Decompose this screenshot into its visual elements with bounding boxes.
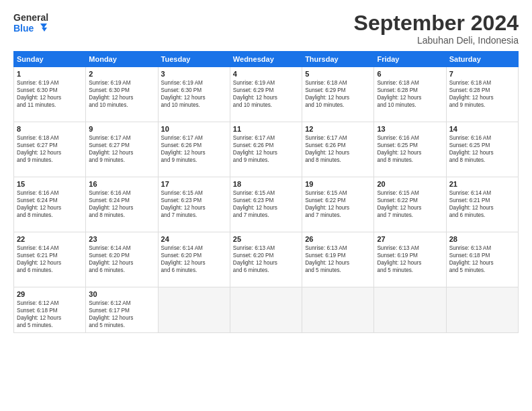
- table-row: 25Sunrise: 6:13 AM Sunset: 6:20 PM Dayli…: [230, 232, 302, 287]
- day-info: Sunrise: 6:13 AM Sunset: 6:19 PM Dayligh…: [377, 244, 443, 274]
- day-info: Sunrise: 6:16 AM Sunset: 6:24 PM Dayligh…: [89, 189, 154, 219]
- day-info: Sunrise: 6:13 AM Sunset: 6:19 PM Dayligh…: [305, 244, 371, 274]
- day-info: Sunrise: 6:15 AM Sunset: 6:22 PM Dayligh…: [377, 189, 443, 219]
- day-info: Sunrise: 6:18 AM Sunset: 6:28 PM Dayligh…: [377, 79, 443, 109]
- day-info: Sunrise: 6:13 AM Sunset: 6:18 PM Dayligh…: [449, 244, 515, 274]
- header-monday: Monday: [86, 52, 158, 67]
- table-row: 27Sunrise: 6:13 AM Sunset: 6:19 PM Dayli…: [374, 232, 446, 287]
- table-row: 21Sunrise: 6:14 AM Sunset: 6:21 PM Dayli…: [446, 177, 518, 232]
- page: General Blue September 2024 Labuhan Deli…: [0, 0, 532, 411]
- day-number: 13: [377, 125, 443, 133]
- day-info: Sunrise: 6:16 AM Sunset: 6:25 PM Dayligh…: [377, 134, 443, 164]
- day-info: Sunrise: 6:17 AM Sunset: 6:26 PM Dayligh…: [305, 134, 371, 164]
- day-info: Sunrise: 6:12 AM Sunset: 6:17 PM Dayligh…: [89, 300, 154, 329]
- calendar-table: Sunday Monday Tuesday Wednesday Thursday…: [13, 51, 519, 333]
- day-info: Sunrise: 6:19 AM Sunset: 6:30 PM Dayligh…: [161, 79, 227, 109]
- table-row: 30Sunrise: 6:12 AM Sunset: 6:17 PM Dayli…: [86, 287, 158, 333]
- table-row: 26Sunrise: 6:13 AM Sunset: 6:19 PM Dayli…: [302, 232, 374, 287]
- day-number: 26: [305, 235, 371, 243]
- table-row: 1Sunrise: 6:19 AM Sunset: 6:30 PM Daylig…: [14, 67, 86, 122]
- table-row: 16Sunrise: 6:16 AM Sunset: 6:24 PM Dayli…: [86, 177, 158, 232]
- header: General Blue September 2024 Labuhan Deli…: [13, 12, 519, 46]
- day-number: 8: [17, 125, 83, 133]
- day-info: Sunrise: 6:13 AM Sunset: 6:20 PM Dayligh…: [233, 244, 299, 274]
- day-number: 5: [305, 70, 371, 78]
- day-number: 24: [161, 235, 227, 243]
- day-info: Sunrise: 6:14 AM Sunset: 6:20 PM Dayligh…: [161, 244, 227, 274]
- day-number: 27: [377, 235, 443, 243]
- table-row: 15Sunrise: 6:16 AM Sunset: 6:24 PM Dayli…: [14, 177, 86, 232]
- table-row: 28Sunrise: 6:13 AM Sunset: 6:18 PM Dayli…: [446, 232, 518, 287]
- day-info: Sunrise: 6:18 AM Sunset: 6:27 PM Dayligh…: [17, 134, 83, 164]
- header-thursday: Thursday: [302, 52, 374, 67]
- day-number: 6: [377, 70, 443, 78]
- table-row: [302, 287, 374, 333]
- table-row: 17Sunrise: 6:15 AM Sunset: 6:23 PM Dayli…: [158, 177, 230, 232]
- table-row: 22Sunrise: 6:14 AM Sunset: 6:21 PM Dayli…: [14, 232, 86, 287]
- table-row: [446, 287, 518, 333]
- day-info: Sunrise: 6:19 AM Sunset: 6:30 PM Dayligh…: [17, 79, 83, 109]
- day-number: 1: [17, 70, 83, 78]
- title-area: September 2024 Labuhan Deli, Indonesia: [354, 12, 519, 46]
- table-row: 8Sunrise: 6:18 AM Sunset: 6:27 PM Daylig…: [14, 122, 86, 177]
- table-row: 4Sunrise: 6:19 AM Sunset: 6:29 PM Daylig…: [230, 67, 302, 122]
- day-info: Sunrise: 6:19 AM Sunset: 6:30 PM Dayligh…: [89, 79, 154, 109]
- location: Labuhan Deli, Indonesia: [354, 35, 519, 46]
- day-number: 3: [161, 70, 227, 78]
- svg-marker-1: [42, 28, 47, 32]
- logo: General Blue: [13, 12, 48, 34]
- day-number: 28: [449, 235, 515, 243]
- logo-text: General Blue: [13, 12, 48, 34]
- day-number: 12: [305, 125, 371, 133]
- table-row: 6Sunrise: 6:18 AM Sunset: 6:28 PM Daylig…: [374, 67, 446, 122]
- day-info: Sunrise: 6:16 AM Sunset: 6:25 PM Dayligh…: [449, 134, 515, 164]
- header-friday: Friday: [374, 52, 446, 67]
- month-title: September 2024: [354, 12, 519, 34]
- day-info: Sunrise: 6:19 AM Sunset: 6:29 PM Dayligh…: [233, 79, 299, 109]
- table-row: 18Sunrise: 6:15 AM Sunset: 6:23 PM Dayli…: [230, 177, 302, 232]
- table-row: 13Sunrise: 6:16 AM Sunset: 6:25 PM Dayli…: [374, 122, 446, 177]
- day-number: 19: [305, 180, 371, 188]
- table-row: [158, 287, 230, 333]
- svg-marker-0: [40, 24, 47, 28]
- table-row: 19Sunrise: 6:15 AM Sunset: 6:22 PM Dayli…: [302, 177, 374, 232]
- day-number: 15: [17, 180, 83, 188]
- day-info: Sunrise: 6:18 AM Sunset: 6:29 PM Dayligh…: [305, 79, 371, 109]
- day-info: Sunrise: 6:14 AM Sunset: 6:21 PM Dayligh…: [17, 244, 83, 274]
- header-wednesday: Wednesday: [230, 52, 302, 67]
- day-number: 21: [449, 180, 515, 188]
- day-number: 7: [449, 70, 515, 78]
- day-number: 23: [89, 235, 154, 243]
- day-info: Sunrise: 6:17 AM Sunset: 6:26 PM Dayligh…: [161, 134, 227, 164]
- header-sunday: Sunday: [14, 52, 86, 67]
- day-info: Sunrise: 6:17 AM Sunset: 6:26 PM Dayligh…: [233, 134, 299, 164]
- table-row: 3Sunrise: 6:19 AM Sunset: 6:30 PM Daylig…: [158, 67, 230, 122]
- day-number: 10: [161, 125, 227, 133]
- day-number: 16: [89, 180, 154, 188]
- day-info: Sunrise: 6:15 AM Sunset: 6:23 PM Dayligh…: [161, 189, 227, 219]
- table-row: 2Sunrise: 6:19 AM Sunset: 6:30 PM Daylig…: [86, 67, 158, 122]
- day-info: Sunrise: 6:16 AM Sunset: 6:24 PM Dayligh…: [17, 189, 83, 219]
- calendar-header-row: Sunday Monday Tuesday Wednesday Thursday…: [14, 52, 519, 67]
- day-number: 30: [89, 290, 154, 298]
- table-row: 12Sunrise: 6:17 AM Sunset: 6:26 PM Dayli…: [302, 122, 374, 177]
- day-number: 29: [17, 290, 83, 298]
- table-row: 7Sunrise: 6:18 AM Sunset: 6:28 PM Daylig…: [446, 67, 518, 122]
- day-number: 18: [233, 180, 299, 188]
- day-info: Sunrise: 6:12 AM Sunset: 6:18 PM Dayligh…: [17, 300, 83, 329]
- logo-arrow-icon: [35, 24, 47, 33]
- day-info: Sunrise: 6:15 AM Sunset: 6:22 PM Dayligh…: [305, 189, 371, 219]
- day-info: Sunrise: 6:17 AM Sunset: 6:27 PM Dayligh…: [89, 134, 154, 164]
- header-tuesday: Tuesday: [158, 52, 230, 67]
- day-info: Sunrise: 6:14 AM Sunset: 6:20 PM Dayligh…: [89, 244, 154, 274]
- day-info: Sunrise: 6:15 AM Sunset: 6:23 PM Dayligh…: [233, 189, 299, 219]
- day-number: 9: [89, 125, 154, 133]
- day-number: 20: [377, 180, 443, 188]
- table-row: 11Sunrise: 6:17 AM Sunset: 6:26 PM Dayli…: [230, 122, 302, 177]
- day-info: Sunrise: 6:14 AM Sunset: 6:21 PM Dayligh…: [449, 189, 515, 219]
- table-row: 9Sunrise: 6:17 AM Sunset: 6:27 PM Daylig…: [86, 122, 158, 177]
- table-row: 24Sunrise: 6:14 AM Sunset: 6:20 PM Dayli…: [158, 232, 230, 287]
- day-number: 14: [449, 125, 515, 133]
- day-info: Sunrise: 6:18 AM Sunset: 6:28 PM Dayligh…: [449, 79, 515, 109]
- table-row: 10Sunrise: 6:17 AM Sunset: 6:26 PM Dayli…: [158, 122, 230, 177]
